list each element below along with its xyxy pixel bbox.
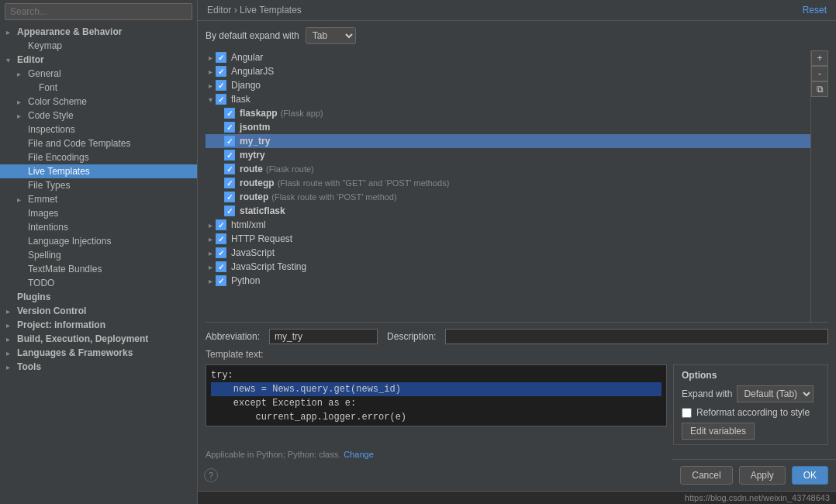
options-title: Options (682, 370, 820, 381)
sidebar-item-live-templates[interactable]: Live Templates (0, 164, 197, 178)
sidebar-item-keymap[interactable]: Keymap (0, 39, 197, 53)
sidebar-item-plugins[interactable]: Plugins (0, 290, 197, 304)
sidebar-item-language-injections[interactable]: Language Injections (0, 234, 197, 248)
template-item-mytry[interactable]: mytry (206, 148, 810, 162)
sidebar-item-file-encodings[interactable]: File Encodings (0, 150, 197, 164)
sidebar-item-emmet[interactable]: ▸Emmet (0, 192, 197, 206)
template-item-routegp[interactable]: routegp (Flask route with "GET" and 'POS… (206, 176, 810, 190)
sidebar-item-label: Intentions (28, 222, 68, 233)
template-item-my_try[interactable]: my_try (206, 134, 810, 148)
item-checkbox[interactable] (224, 108, 235, 119)
group-checkbox[interactable] (216, 52, 226, 63)
group-name: Python (231, 275, 260, 286)
sidebar-item-build-exec-deploy[interactable]: ▸Build, Execution, Deployment (0, 332, 197, 346)
breadcrumb: Editor › Live Templates Reset (198, 0, 836, 21)
copy-template-button[interactable]: ⧉ (811, 81, 828, 97)
sidebar-item-intentions[interactable]: Intentions (0, 220, 197, 234)
item-checkbox[interactable] (224, 164, 235, 174)
code-line: try: (211, 368, 662, 382)
item-checkbox[interactable] (224, 150, 235, 161)
template-item-jsontm[interactable]: jsontm (206, 120, 810, 134)
sidebar-item-editor[interactable]: ▾Editor (0, 53, 197, 67)
sidebar-item-color-scheme[interactable]: ▸Color Scheme (0, 95, 197, 109)
template-item-staticflask[interactable]: staticflask (206, 204, 810, 218)
sidebar-item-label: Tools (17, 361, 41, 372)
sidebar-item-tools[interactable]: ▸Tools (0, 360, 197, 374)
sidebar-item-label: Inspections (28, 124, 75, 135)
sidebar-item-label: File Types (28, 180, 70, 191)
sidebar-item-textmate-bundles[interactable]: TextMate Bundles (0, 262, 197, 276)
search-input[interactable] (5, 3, 192, 20)
sidebar-item-font[interactable]: Font (0, 81, 197, 95)
template-text-editor[interactable]: try: news = News.query.get(news_id) exce… (206, 364, 667, 426)
expand-with-label: Expand with (682, 388, 732, 399)
template-group-html-xml[interactable]: ▸ html/xml (206, 218, 810, 232)
item-desc: (Flask route) (266, 164, 314, 174)
template-group-flask[interactable]: ▾ flask (206, 92, 810, 106)
add-template-button[interactable]: + (811, 50, 828, 66)
group-checkbox[interactable] (216, 80, 226, 91)
sidebar-item-file-types[interactable]: File Types (0, 178, 197, 192)
item-checkbox[interactable] (224, 178, 235, 188)
cancel-button[interactable]: Cancel (680, 466, 732, 485)
template-group-angularjs[interactable]: ▸ AngularJS (206, 64, 810, 78)
settings-sidebar: ▸Appearance & BehaviorKeymap▾Editor▸Gene… (0, 0, 198, 504)
remove-template-button[interactable]: - (811, 66, 828, 81)
sidebar-item-label: File and Code Templates (28, 138, 131, 149)
sidebar-item-label: Images (28, 208, 58, 219)
template-item-routep[interactable]: routep (Flask route with 'POST' method) (206, 190, 810, 204)
template-group-python[interactable]: ▸ Python (206, 274, 810, 288)
group-checkbox[interactable] (216, 66, 226, 77)
template-group-django[interactable]: ▸ Django (206, 78, 810, 92)
group-checkbox[interactable] (216, 261, 226, 272)
description-input[interactable] (445, 329, 828, 344)
template-item-route[interactable]: route (Flask route) (206, 162, 810, 176)
sidebar-item-general[interactable]: ▸General (0, 67, 197, 81)
item-checkbox[interactable] (224, 122, 235, 133)
group-arrow-icon: ▸ (209, 81, 212, 90)
sidebar-item-appearance-behavior[interactable]: ▸Appearance & Behavior (0, 25, 197, 39)
template-group-javascript-testing[interactable]: ▸ JavaScript Testing (206, 260, 810, 274)
group-checkbox[interactable] (216, 247, 226, 258)
edit-variables-button[interactable]: Edit variables (682, 423, 755, 440)
sidebar-item-file-code-templates[interactable]: File and Code Templates (0, 136, 197, 150)
reset-link[interactable]: Reset (803, 5, 827, 16)
template-text-area-row: try: news = News.query.get(news_id) exce… (206, 364, 828, 445)
reformat-checkbox[interactable] (682, 408, 692, 418)
item-checkbox[interactable] (224, 136, 235, 147)
status-url: https://blog.csdn.net/weixin_43748643 (685, 493, 830, 502)
ok-button[interactable]: OK (792, 466, 828, 485)
group-checkbox[interactable] (216, 233, 226, 244)
group-name: AngularJS (231, 66, 274, 77)
group-checkbox[interactable] (216, 94, 226, 105)
item-checkbox[interactable] (224, 205, 235, 216)
sidebar-item-images[interactable]: Images (0, 206, 197, 220)
sidebar-item-todo[interactable]: TODO (0, 276, 197, 290)
item-checkbox[interactable] (224, 192, 235, 202)
sidebar-item-code-style[interactable]: ▸Code Style (0, 109, 197, 123)
help-button[interactable]: ? (204, 468, 218, 482)
sidebar-item-project-info[interactable]: ▸Project: information (0, 318, 197, 332)
sidebar-item-label: Version Control (17, 306, 86, 316)
apply-button[interactable]: Apply (739, 466, 786, 485)
scrollbar-buttons: + - ⧉ (810, 50, 828, 322)
template-item-flaskapp[interactable]: flaskapp (Flask app) (206, 106, 810, 120)
sidebar-item-languages-frameworks[interactable]: ▸Languages & Frameworks (0, 346, 197, 360)
sidebar-item-inspections[interactable]: Inspections (0, 123, 197, 136)
expand-with-option-select[interactable]: Default (Tab)TabEnterSpace (737, 385, 814, 402)
template-group-http-request[interactable]: ▸ HTTP Request (206, 232, 810, 246)
group-name: Django (231, 80, 261, 91)
template-group-javascript[interactable]: ▸ JavaScript (206, 246, 810, 260)
sidebar-item-label: TODO (28, 278, 54, 288)
group-checkbox[interactable] (216, 219, 226, 230)
abbreviation-input[interactable] (269, 329, 378, 344)
change-link[interactable]: Change (344, 450, 374, 459)
arrow-icon: ▸ (6, 307, 17, 316)
sidebar-item-version-control[interactable]: ▸Version Control (0, 304, 197, 318)
arrow-icon: ▸ (6, 28, 17, 36)
group-arrow-icon: ▸ (209, 277, 212, 285)
expand-with-select[interactable]: TabEnterSpace (306, 27, 356, 44)
sidebar-item-spelling[interactable]: Spelling (0, 248, 197, 262)
template-group-angular[interactable]: ▸ Angular (206, 50, 810, 64)
group-checkbox[interactable] (216, 275, 226, 286)
